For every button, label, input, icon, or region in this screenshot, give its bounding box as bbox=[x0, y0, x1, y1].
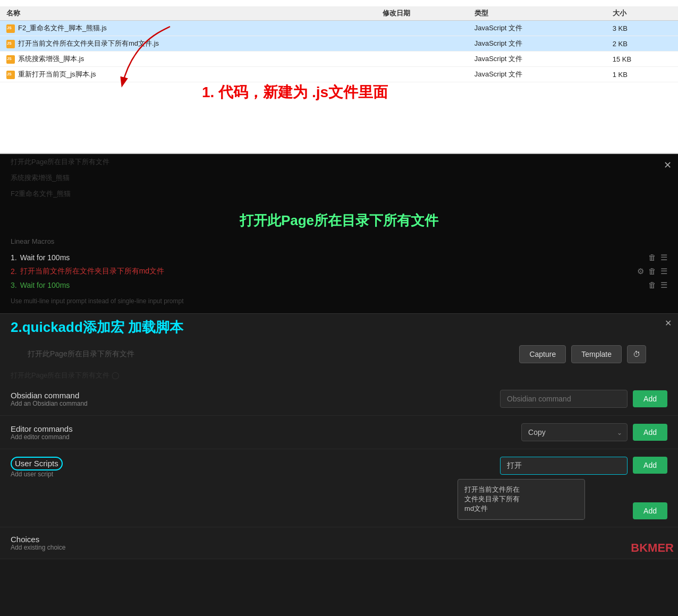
blurred-line-3: F2重命名文件_熊猫 bbox=[0, 186, 678, 202]
file-name: F2_重命名文件_脚本_熊猫.js bbox=[18, 24, 107, 32]
file-table: 名称 修改日期 类型 大小 F2_重命名文件_脚本_熊猫.js JavaScri… bbox=[0, 6, 678, 82]
bg-command-text: 打开此Page所在目录下所有文件 ◯ bbox=[0, 370, 678, 381]
user-scripts-circle-wrapper: User Scripts bbox=[11, 457, 63, 470]
obsidian-command-add-button[interactable]: Add bbox=[633, 390, 667, 407]
step-2-text: 2. bbox=[11, 267, 17, 276]
obsidian-command-input[interactable] bbox=[500, 390, 628, 408]
close-button[interactable]: ✕ bbox=[664, 159, 672, 171]
user-scripts-input[interactable] bbox=[500, 457, 628, 475]
panel-bg-title: 打开此Page所在目录下所有文件 bbox=[6, 349, 514, 359]
table-row[interactable]: 打开当前文件所在文件夹目录下所有md文件.js JavaScript 文件 2 … bbox=[0, 36, 678, 52]
user-scripts-add-button-2[interactable]: Add bbox=[633, 502, 667, 519]
file-explorer: 名称 修改日期 类型 大小 F2_重命名文件_脚本_熊猫.js JavaScri… bbox=[0, 0, 678, 154]
step-3-text: 3. bbox=[11, 281, 17, 289]
step-1-text: 1. bbox=[11, 253, 17, 262]
col-name: 名称 bbox=[0, 6, 376, 21]
trash-icon[interactable]: 🗑 bbox=[648, 253, 656, 262]
user-scripts-add-col: Add Add bbox=[633, 457, 667, 519]
user-scripts-sub: Add user script bbox=[11, 470, 149, 478]
step-3-label: Wait for 100ms bbox=[20, 281, 648, 289]
user-scripts-input-group: 打开当前文件所在文件夹目录下所有md文件 Add Add bbox=[500, 457, 667, 519]
user-scripts-main: User Scripts bbox=[15, 459, 58, 468]
annotation-step2: 2.quickadd添加宏 加载脚本 bbox=[11, 318, 183, 337]
choices-row: Choices Add existing choice bbox=[0, 527, 678, 559]
user-scripts-input-container: 打开当前文件所在文件夹目录下所有md文件 bbox=[500, 457, 628, 475]
col-date: 修改日期 bbox=[376, 6, 468, 21]
file-icon bbox=[6, 40, 15, 48]
table-row[interactable]: F2_重命名文件_脚本_熊猫.js JavaScript 文件 3 KB bbox=[0, 21, 678, 36]
editor-commands-label: Editor commands Add editor command bbox=[11, 424, 149, 441]
step-3-actions: 🗑 ☰ bbox=[648, 280, 667, 290]
panel-header: 打开此Page所在目录下所有文件 Capture Template ⏱ bbox=[0, 339, 678, 370]
user-scripts-circle: User Scripts bbox=[11, 457, 63, 470]
capture-button[interactable]: Capture bbox=[519, 345, 566, 363]
step-row-1: 1. Wait for 100ms 🗑 ☰ bbox=[0, 251, 678, 264]
user-scripts-label-col: User Scripts Add user script bbox=[11, 457, 149, 478]
step-row-2: 2. 打开当前文件所在文件夹目录下所有md文件 ⚙ 🗑 ☰ bbox=[0, 264, 678, 278]
file-type: JavaScript 文件 bbox=[468, 36, 606, 52]
macro-section: ✕ 打开此Page所在目录下所有文件 系统搜索增强_熊猫 F2重命名文件_熊猫 … bbox=[0, 154, 678, 313]
editor-commands-input-col: Copy Cut Paste Add bbox=[157, 423, 667, 441]
gear-icon[interactable]: ⚙ bbox=[637, 267, 644, 276]
trash-icon[interactable]: 🗑 bbox=[648, 267, 656, 276]
obsidian-command-label: Obsidian command Add an Obsidian command bbox=[11, 391, 149, 407]
template-button[interactable]: Template bbox=[571, 345, 622, 363]
obsidian-command-sub: Add an Obsidian command bbox=[11, 400, 149, 407]
file-icon bbox=[6, 24, 15, 33]
annotation-step1: 1. 代码，新建为 .js文件里面 bbox=[202, 82, 388, 102]
step-2-actions: ⚙ 🗑 ☰ bbox=[637, 267, 667, 276]
step-1-label: Wait for 100ms bbox=[20, 253, 648, 262]
file-size: 3 KB bbox=[606, 21, 678, 36]
user-scripts-add-button[interactable]: Add bbox=[633, 457, 667, 474]
table-row[interactable]: 系统搜索增强_脚本.js JavaScript 文件 15 KB bbox=[0, 52, 678, 67]
blurred-line-1: 打开此Page所在目录下所有文件 bbox=[0, 154, 678, 170]
trash-icon[interactable]: 🗑 bbox=[648, 280, 656, 290]
choices-label-col: Choices Add existing choice bbox=[11, 535, 149, 551]
autocomplete-dropdown[interactable]: 打开当前文件所在文件夹目录下所有md文件 bbox=[457, 479, 585, 520]
step-2-label: 打开当前文件所在文件夹目录下所有md文件 bbox=[20, 267, 637, 276]
obsidian-command-input-col: Add bbox=[157, 390, 667, 408]
table-row[interactable]: 重新打开当前页_js脚本.js JavaScript 文件 1 KB bbox=[0, 67, 678, 82]
file-name: 系统搜索增强_脚本.js bbox=[18, 55, 84, 63]
editor-commands-sub: Add editor command bbox=[11, 433, 149, 441]
editor-commands-select-wrapper: Copy Cut Paste bbox=[521, 423, 628, 441]
editor-commands-add-button[interactable]: Add bbox=[633, 424, 667, 441]
step-1-actions: 🗑 ☰ bbox=[648, 253, 667, 262]
file-size: 15 KB bbox=[606, 52, 678, 67]
obsidian-command-row: Obsidian command Add an Obsidian command… bbox=[0, 382, 678, 416]
user-scripts-input-wrapper: 打开当前文件所在文件夹目录下所有md文件 Add Add bbox=[157, 457, 667, 519]
file-name: 打开当前文件所在文件夹目录下所有md文件.js bbox=[18, 39, 159, 47]
user-scripts-row: User Scripts Add user script 打开当前文件所在文件夹… bbox=[0, 449, 678, 527]
quickadd-panel: ✕ 2.quickadd添加宏 加载脚本 打开此Page所在目录下所有文件 Ca… bbox=[0, 313, 678, 559]
file-name: 重新打开当前页_js脚本.js bbox=[18, 70, 96, 78]
editor-commands-select[interactable]: Copy Cut Paste bbox=[521, 423, 628, 441]
watermark: BKMER bbox=[631, 541, 674, 555]
clock-button[interactable]: ⏱ bbox=[627, 345, 646, 363]
file-size: 2 KB bbox=[606, 36, 678, 52]
file-icon bbox=[6, 71, 15, 79]
choices-sub: Add existing choice bbox=[11, 544, 149, 551]
file-type: JavaScript 文件 bbox=[468, 21, 606, 36]
macro-title: 打开此Page所在目录下所有文件 bbox=[0, 202, 678, 234]
blurred-line-2: 系统搜索增强_熊猫 bbox=[0, 170, 678, 186]
menu-icon[interactable]: ☰ bbox=[660, 280, 667, 290]
col-type: 类型 bbox=[468, 6, 606, 21]
editor-commands-row: Editor commands Add editor command Copy … bbox=[0, 416, 678, 449]
blurred-macro-label: Linear Macros bbox=[0, 234, 678, 249]
obsidian-command-main: Obsidian command bbox=[11, 391, 149, 400]
blurred-hint: Use multi-line input prompt instead of s… bbox=[0, 294, 678, 308]
autocomplete-item-1[interactable]: 打开当前文件所在文件夹目录下所有md文件 bbox=[458, 480, 584, 519]
menu-icon[interactable]: ☰ bbox=[660, 267, 667, 276]
file-type: JavaScript 文件 bbox=[468, 52, 606, 67]
file-icon bbox=[6, 55, 15, 64]
step-row-3: 3. Wait for 100ms 🗑 ☰ bbox=[0, 278, 678, 292]
choices-main: Choices bbox=[11, 535, 149, 544]
file-size: 1 KB bbox=[606, 67, 678, 82]
file-type: JavaScript 文件 bbox=[468, 67, 606, 82]
col-size: 大小 bbox=[606, 6, 678, 21]
quickadd-annotation-row: 2.quickadd添加宏 加载脚本 bbox=[0, 314, 678, 339]
menu-icon[interactable]: ☰ bbox=[660, 253, 667, 262]
editor-commands-main: Editor commands bbox=[11, 424, 149, 433]
